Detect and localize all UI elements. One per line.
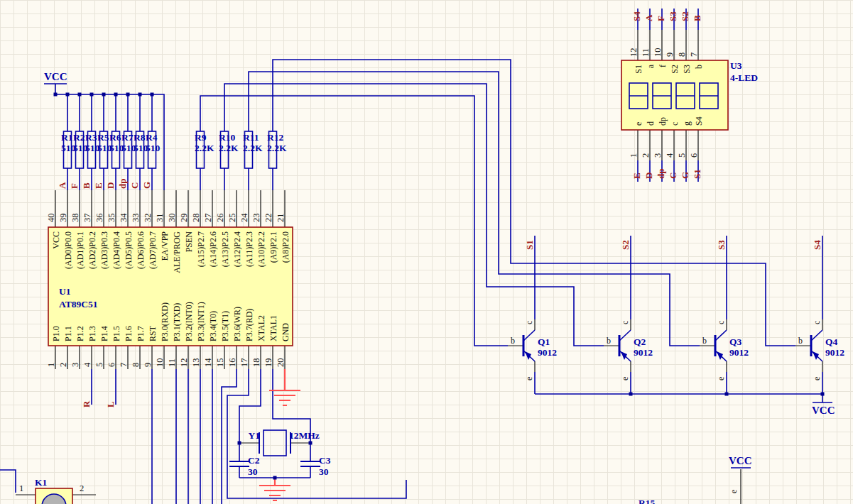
u1-top-pin-name-2: (AD0)P0.0: [63, 231, 73, 269]
pullup-ref-5: R6: [109, 132, 121, 143]
u1-bottom-pin-name-14: P3.4(T0): [208, 311, 218, 341]
u3-bottom-pin-name-2: d: [646, 121, 656, 126]
u1-bottom-pin-number-10: 10: [155, 358, 165, 368]
u3-bottom-net-5: G: [680, 172, 690, 179]
k1-ref: K1: [35, 477, 48, 488]
crystal-y1[interactable]: [259, 430, 290, 456]
emitter-pin-label-3: e: [716, 377, 726, 380]
u3-top-pin-number-5: 8: [677, 53, 687, 57]
emitter-pin-label-2: e: [620, 377, 630, 380]
u1-bottom-pin-number-8: 8: [131, 363, 141, 367]
u3-bottom-pin-name-5: g: [682, 121, 692, 126]
u1-top-pin-name-17: (A11)P2.3: [244, 231, 254, 267]
vcc-port-label-emitter: VCC: [812, 405, 835, 416]
u1-top-pin-number-13: 28: [191, 214, 201, 223]
pullup-ref-2: R2: [73, 132, 85, 143]
segment-net-label-4: E: [93, 182, 104, 189]
transistor-value-2: 9012: [634, 347, 653, 358]
u3-top-pin-number-6: 7: [689, 53, 699, 57]
u1-bottom-pin-number-13: 13: [191, 358, 201, 368]
pullup-ref-6: R7: [121, 132, 134, 143]
u1-top-pin-name-14: (A14)P2.6: [208, 231, 218, 267]
u3-top-pin-name-3: f: [658, 65, 668, 67]
u1-bottom-pin-name-9: RST: [148, 325, 158, 341]
u1-top-pin-name-12: PSEN: [184, 231, 194, 253]
u1-bottom-pin-name-6: P1.5: [112, 326, 121, 341]
u3-top-net-6: B: [692, 15, 702, 21]
pullup-value-8: 510: [146, 143, 161, 153]
u1-top-pin-name-6: (AD4)P0.4: [112, 231, 121, 269]
u1-top-pin-number-12: 29: [179, 214, 189, 223]
segment-net-label-1: A: [57, 182, 67, 189]
q5-emitter-pin-label: e: [729, 490, 739, 493]
u1-top-pin-name-11: ALE/PROG: [172, 231, 182, 273]
base-pin-labels: bbbb: [511, 336, 803, 346]
u1-top-pin-number-19: 22: [263, 214, 273, 223]
net-label-r: R: [81, 400, 92, 407]
capacitor-c3[interactable]: [300, 461, 320, 466]
transistor-q3[interactable]: [715, 330, 727, 361]
base-resistor-ref-3: R11: [243, 132, 259, 143]
u1-top-pin-number-6: 35: [107, 214, 116, 223]
segment-net-label-2: F: [69, 183, 80, 189]
transistor-q1[interactable]: [523, 330, 535, 361]
segment-net-label-7: C: [129, 182, 140, 189]
base-resistor-values: 2.2K2.2K2.2K2.2K: [195, 143, 287, 153]
pullup-ref-7: R8: [134, 132, 146, 143]
transistor-q2[interactable]: [619, 330, 631, 361]
pullup-ref-4: R5: [97, 132, 109, 143]
u3-top-pin-name-5: S3: [682, 65, 692, 74]
transistor-ref-4: Q4: [825, 336, 838, 347]
u1-bottom-pin-name-3: P1.2: [75, 326, 85, 341]
emitter-pin-label-4: e: [812, 377, 822, 380]
u1-top-pin-number-7: 34: [119, 213, 129, 222]
u1-top-pin-name-16: (A12)P2.4: [232, 231, 242, 267]
select-net-labels: S1S2S3S4: [524, 240, 822, 250]
u1-top-pin-name-20: (A8)P2.0: [281, 231, 290, 263]
u3-bottom-net-4: C: [668, 172, 678, 179]
u3-bottom-nets: EDdpCGS1: [631, 169, 702, 179]
u1-bottom-pin-name-19: XTAL1: [268, 315, 278, 341]
u1-bottom-pin-number-1: 1: [46, 363, 56, 367]
u3-bottom-pin-numbers: 123456: [629, 153, 699, 158]
transistor-ref-2: Q2: [634, 336, 646, 347]
u1-top-pin-number-2: 39: [58, 214, 68, 223]
u3-top-net-5: S2: [680, 11, 690, 21]
u1-bottom-pin-number-14: 14: [203, 358, 213, 367]
base-pin-label-4: b: [798, 336, 803, 346]
u1-top-pin-number-3: 38: [70, 214, 80, 223]
segment-net-label-8: G: [141, 182, 152, 189]
capacitor-ref-1: C2: [248, 455, 260, 466]
u1-top-pin-name-19: (A9)P2.1: [268, 231, 278, 263]
u3-bottom-pin-number-3: 3: [653, 153, 663, 158]
transistor-value-3: 9012: [729, 347, 749, 358]
u1-bottom-pin-name-17: P3.7(RD): [244, 309, 254, 341]
u1-bottom-pin-name-20: GND: [281, 323, 290, 341]
u1-top-pin-name-3: (AD1)P0.1: [75, 231, 85, 269]
u1-bottom-pin-name-2: P1.1: [63, 326, 73, 341]
u1-bottom-pin-name-4: P1.3: [87, 326, 97, 341]
capacitor-value-2: 30: [319, 466, 329, 477]
u1-top-pin-number-10: 31: [155, 214, 165, 223]
u1-top-pin-name-13: (A15)P2.7: [196, 231, 206, 267]
u1-bottom-pin-name-10: P3.0(RXD): [160, 302, 170, 341]
base-resistor-refs: R9R10R11R12: [195, 132, 283, 143]
u3-bottom-pin-name-3: dp: [658, 117, 668, 126]
net-label-l: L: [105, 401, 116, 407]
u1-bottom-pin-number-19: 19: [263, 358, 273, 368]
emitter-pin-label-1: e: [524, 377, 534, 380]
vcc-port-label-top: VCC: [44, 71, 67, 82]
u3-top-pin-numbers: 121110987: [629, 48, 699, 57]
button-k1[interactable]: [36, 488, 72, 504]
transistor-q4[interactable]: [811, 330, 822, 361]
u1-top-pin-name-1: VCC: [51, 231, 61, 249]
u1-bottom-pin-name-1: P1.0: [51, 326, 61, 341]
u1-top-pin-number-11: 30: [167, 214, 177, 223]
segment-net-label-6: dp: [117, 179, 128, 189]
select-net-label-3: S3: [716, 240, 727, 250]
base-resistor-value-2: 2.2K: [219, 143, 239, 153]
u1-top-pin-number-17: 24: [239, 213, 249, 222]
capacitor-c2[interactable]: [229, 461, 249, 466]
u1-bottom-pin-number-16: 16: [227, 358, 237, 368]
base-resistor-value-3: 2.2K: [243, 143, 263, 153]
